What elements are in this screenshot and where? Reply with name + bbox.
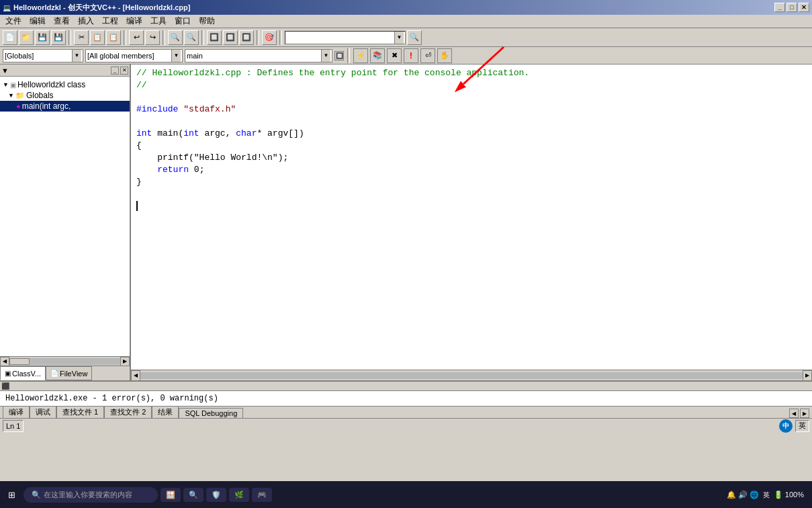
taskbar-time: 100% xyxy=(785,491,804,499)
combo-button-extra[interactable]: 🔲 xyxy=(334,51,344,60)
code-line-10: } xyxy=(136,176,807,188)
back-button[interactable]: ⚡ xyxy=(353,48,368,63)
view1-button[interactable]: 🔲 xyxy=(207,30,222,45)
find-button[interactable]: 🔍 xyxy=(168,30,183,45)
window-controls: _ □ ✕ xyxy=(774,3,809,12)
tree-item-main[interactable]: ● main(int argc, xyxy=(0,101,130,112)
ime-button[interactable]: 中 xyxy=(779,419,793,433)
taskbar-app-search[interactable]: 🔍 xyxy=(183,488,204,502)
tab-scroll-left[interactable]: ◀ xyxy=(789,409,799,418)
separator-nav xyxy=(347,48,350,63)
fwd-button[interactable]: 📚 xyxy=(370,48,385,63)
editor-hscroll-left[interactable]: ◀ xyxy=(131,370,140,381)
redo-button[interactable]: ↪ xyxy=(145,30,160,45)
tab-compile[interactable]: 编译 xyxy=(3,406,30,418)
code-line-12 xyxy=(136,200,807,212)
search-combo[interactable]: ▼ xyxy=(285,31,406,44)
menu-view[interactable]: 查看 xyxy=(50,14,74,28)
output-tabs: 编译 调试 查找文件 1 查找文件 2 结果 SQL Debugging ◀ ▶ xyxy=(0,406,812,418)
undo-button[interactable]: ↩ xyxy=(129,30,144,45)
code-line-2: // xyxy=(136,79,807,91)
start-button[interactable]: ⊞ xyxy=(3,487,21,503)
tab-nav-buttons: ◀ ▶ xyxy=(786,409,812,418)
menu-window[interactable]: 窗口 xyxy=(171,14,195,28)
menu-help[interactable]: 帮助 xyxy=(195,14,219,28)
editor-hscroll: ◀ ▶ xyxy=(131,370,812,380)
menu-tools[interactable]: 工具 xyxy=(146,14,171,28)
separator-4 xyxy=(201,30,204,45)
maximize-button[interactable]: □ xyxy=(786,3,797,12)
func-icon-1: ● xyxy=(16,102,21,110)
tab-fileview[interactable]: 📄 FileView xyxy=(46,366,92,380)
hscroll-track[interactable] xyxy=(9,358,120,365)
panel-close-btn[interactable]: ✕ xyxy=(120,67,128,75)
paste-button[interactable]: 📋 xyxy=(106,30,121,45)
goto-button[interactable]: 🎯 xyxy=(262,30,277,45)
tab-classview-label: ClassV... xyxy=(12,370,41,378)
taskbar: ⊞ 🔍 在这里输入你要搜索的内容 🪟 🔍 🛡️ 🌿 🎮 🔔 🔊 🌐 英 🔋 10… xyxy=(0,481,812,508)
separator-2 xyxy=(124,30,126,45)
taskbar-search[interactable]: 🔍 在这里输入你要搜索的内容 xyxy=(24,487,158,503)
code-line-11 xyxy=(136,188,807,200)
panel-min-btn[interactable]: _ xyxy=(111,67,119,75)
function-combo[interactable]: main ▼ xyxy=(185,49,332,62)
close-button[interactable]: ✕ xyxy=(799,3,809,12)
editor-area: // Helloworldzkl.cpp : Defines the entry… xyxy=(131,65,812,380)
editor-hscroll-track[interactable] xyxy=(140,372,803,379)
menu-file[interactable]: 文件 xyxy=(1,14,26,28)
minimize-button[interactable]: _ xyxy=(774,3,785,12)
hscroll-thumb[interactable] xyxy=(9,358,30,365)
tab-debug[interactable]: 调试 xyxy=(30,406,56,418)
tab-sql[interactable]: SQL Debugging xyxy=(179,408,243,418)
menu-project[interactable]: 工程 xyxy=(98,14,122,28)
taskbar-app-game[interactable]: 🎮 xyxy=(252,488,272,502)
taskbar-app-green[interactable]: 🌿 xyxy=(229,488,249,502)
menu-compile[interactable]: 编译 xyxy=(122,14,146,28)
hand-button[interactable]: ✋ xyxy=(437,48,452,63)
toolbar-main: 📄 📁 💾 💾 ✂ 📋 📋 ↩ ↪ 🔍 🔍 🔲 🔲 🔲 🎯 ▼ 🔍 xyxy=(0,28,812,47)
tab-scroll-right[interactable]: ▶ xyxy=(800,409,809,418)
cut-button[interactable]: ✂ xyxy=(74,30,89,45)
tab-classview[interactable]: ▣ ClassV... xyxy=(0,366,46,380)
code-editor[interactable]: // Helloworldzkl.cpp : Defines the entry… xyxy=(131,65,812,370)
taskbar-app-shield[interactable]: 🛡️ xyxy=(206,488,226,502)
status-right: 中 英 xyxy=(779,419,809,433)
view2-button[interactable]: 🔲 xyxy=(223,30,238,45)
output-panel: ⬛ Helloworldzkl.exe - 1 error(s), 0 warn… xyxy=(0,380,812,406)
menu-insert[interactable]: 插入 xyxy=(74,14,98,28)
view3-button[interactable]: 🔲 xyxy=(239,30,254,45)
hscroll-left-btn[interactable]: ◀ xyxy=(0,357,9,366)
editor-hscroll-right[interactable]: ▶ xyxy=(803,370,812,381)
taskbar-icons: 🔔 🔊 🌐 xyxy=(727,491,759,499)
error-button[interactable]: ! xyxy=(404,48,418,63)
copy-button[interactable]: 📋 xyxy=(90,30,105,45)
save-all-button[interactable]: 💾 xyxy=(51,30,66,45)
menu-edit[interactable]: 编辑 xyxy=(26,14,50,28)
panel-controls: _ ✕ xyxy=(111,67,128,75)
members-combo-arrow[interactable]: ▼ xyxy=(171,50,181,62)
search-icon: 🔍 xyxy=(32,491,41,499)
tree-item-globals[interactable]: ▼ 📁 Globals xyxy=(0,90,130,101)
members-combo[interactable]: [All global members] ▼ xyxy=(85,49,183,62)
tab-find2[interactable]: 查找文件 2 xyxy=(104,406,152,418)
replace-button[interactable]: 🔍 xyxy=(184,30,199,45)
tab-results[interactable]: 结果 xyxy=(152,406,179,418)
hscroll-left-panel: ◀ ▶ xyxy=(0,356,130,366)
class-tree: ▼ ▣ Helloworldzkl class ▼ 📁 Globals ● ma… xyxy=(0,77,130,356)
globals-combo-arrow[interactable]: ▼ xyxy=(72,50,81,62)
new-button[interactable]: 📄 xyxy=(3,30,17,45)
tree-label-3: main(int argc, xyxy=(22,101,71,111)
status-ln: Ln 1 xyxy=(3,420,24,432)
globals-combo[interactable]: [Globals] ▼ xyxy=(3,49,83,62)
tree-item-helloworldzkl[interactable]: ▼ ▣ Helloworldzkl class xyxy=(0,79,130,90)
save-button[interactable]: 💾 xyxy=(35,30,50,45)
tab-find1[interactable]: 查找文件 1 xyxy=(56,406,104,418)
taskbar-app-window[interactable]: 🪟 xyxy=(161,488,181,502)
stop-button[interactable]: ✖ xyxy=(387,48,402,63)
function-combo-arrow[interactable]: ▼ xyxy=(321,50,330,62)
hscroll-right-btn[interactable]: ▶ xyxy=(120,357,130,366)
open-button[interactable]: 📁 xyxy=(19,30,34,45)
search-go-button[interactable]: 🔍 xyxy=(407,30,422,45)
output-message: Helloworldzkl.exe - 1 error(s), 0 warnin… xyxy=(5,394,218,403)
step-button[interactable]: ⏎ xyxy=(420,48,435,63)
